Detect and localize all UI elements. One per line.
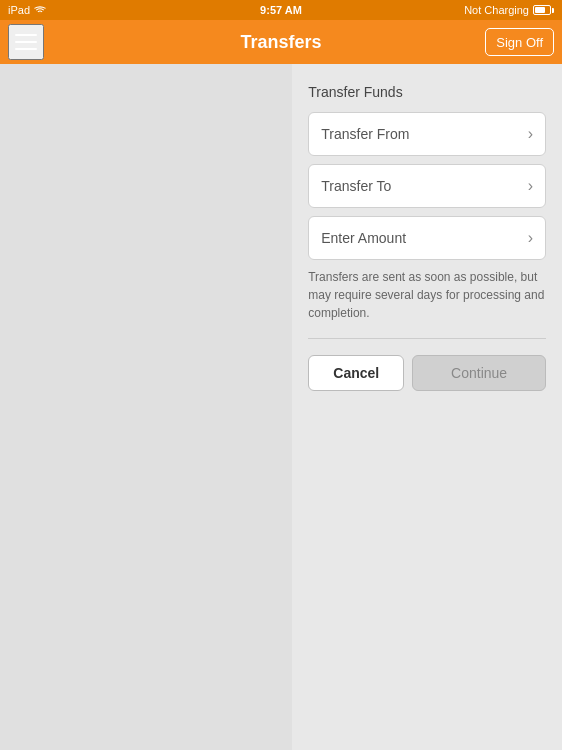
cancel-button[interactable]: Cancel	[308, 355, 404, 391]
status-time: 9:57 AM	[260, 4, 302, 16]
transfer-from-chevron-icon: ›	[528, 125, 533, 143]
wifi-icon	[34, 6, 46, 15]
hamburger-line-2	[15, 41, 37, 43]
enter-amount-field[interactable]: Enter Amount ›	[308, 216, 546, 260]
nav-bar: Transfers Sign Off	[0, 20, 562, 64]
hamburger-line-3	[15, 48, 37, 50]
transfer-to-chevron-icon: ›	[528, 177, 533, 195]
enter-amount-chevron-icon: ›	[528, 229, 533, 247]
status-bar: iPad 9:57 AM Not Charging	[0, 0, 562, 20]
main-content: Transfer Funds Transfer From › Transfer …	[0, 64, 562, 750]
left-panel	[0, 64, 292, 750]
continue-button[interactable]: Continue	[412, 355, 546, 391]
enter-amount-label: Enter Amount	[321, 230, 406, 246]
device-label: iPad	[8, 4, 30, 16]
sign-off-button[interactable]: Sign Off	[485, 28, 554, 56]
transfer-from-field[interactable]: Transfer From ›	[308, 112, 546, 156]
hamburger-button[interactable]	[8, 24, 44, 60]
right-panel: Transfer Funds Transfer From › Transfer …	[292, 64, 562, 750]
status-right: Not Charging	[464, 4, 554, 16]
battery-icon	[533, 5, 554, 15]
transfer-from-label: Transfer From	[321, 126, 409, 142]
transfer-to-label: Transfer To	[321, 178, 391, 194]
transfer-to-field[interactable]: Transfer To ›	[308, 164, 546, 208]
nav-title: Transfers	[240, 32, 321, 53]
buttons-row: Cancel Continue	[308, 355, 546, 391]
info-text: Transfers are sent as soon as possible, …	[308, 268, 546, 322]
status-left: iPad	[8, 4, 46, 16]
charging-label: Not Charging	[464, 4, 529, 16]
divider	[308, 338, 546, 339]
hamburger-line-1	[15, 34, 37, 36]
section-title: Transfer Funds	[308, 84, 546, 100]
